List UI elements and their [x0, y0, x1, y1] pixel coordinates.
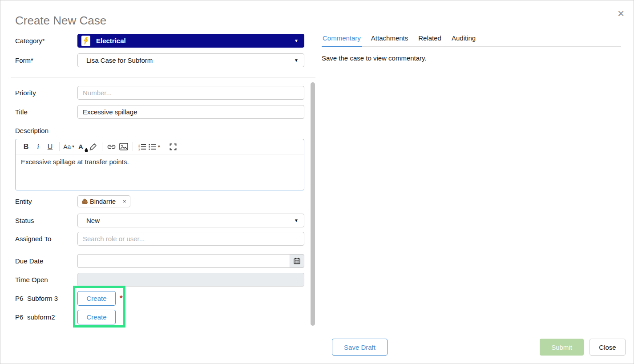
entity-chip-label: Bindarrie	[90, 198, 116, 205]
subform-label: P6Subform 3	[15, 295, 77, 302]
title-label: Title	[15, 108, 77, 116]
lightning-bolt-icon	[81, 36, 90, 46]
commentary-message: Save the case to view commentary.	[322, 54, 621, 62]
toolbar-separator	[164, 142, 164, 151]
unordered-list-icon[interactable]: ▾	[149, 141, 160, 153]
title-input[interactable]	[77, 105, 304, 119]
tab-attachments[interactable]: Attachments	[370, 34, 409, 46]
due-date-row: Due Date	[15, 254, 304, 268]
entity-row: Entity Bindarrie ×	[15, 195, 304, 207]
underline-icon[interactable]: U	[44, 141, 56, 153]
priority-label: Priority	[15, 89, 77, 97]
title-row: Title	[15, 105, 304, 119]
status-value: New	[86, 217, 100, 224]
subform-row: P6subform2 Create	[15, 310, 304, 324]
toolbar-separator	[102, 142, 102, 151]
create-subform2-button[interactable]: Create	[77, 310, 116, 324]
caret-down-icon: ▾	[72, 145, 74, 149]
description-label: Description	[15, 127, 304, 136]
form-type-label: Form*	[15, 57, 77, 64]
subform-label: P6subform2	[15, 313, 77, 321]
close-button[interactable]: Close	[590, 339, 626, 356]
description-editor: B i U Aa ▾ A	[15, 139, 304, 190]
chevron-down-icon: ▼	[294, 218, 299, 223]
assigned-to-row: Assigned To	[15, 232, 304, 246]
required-asterisk: *	[120, 294, 123, 303]
bold-icon[interactable]: B	[20, 141, 32, 153]
status-label: Status	[15, 217, 77, 224]
due-date-label: Due Date	[15, 257, 77, 265]
form-type-select[interactable]: Lisa Case for Subform ▼	[77, 53, 304, 67]
create-subform3-button[interactable]: Create	[77, 291, 116, 306]
status-select[interactable]: New ▼	[77, 214, 304, 227]
image-icon[interactable]	[118, 141, 129, 153]
fullscreen-icon[interactable]	[168, 141, 179, 153]
highlighter-icon[interactable]	[87, 141, 98, 153]
form-divider	[11, 77, 315, 77]
tab-commentary[interactable]: Commentary	[322, 34, 362, 47]
text-color-icon[interactable]: A	[75, 141, 86, 153]
entity-chip[interactable]: Bindarrie ×	[77, 195, 130, 207]
assigned-to-label: Assigned To	[15, 235, 77, 243]
toolbar-separator	[59, 142, 60, 151]
italic-icon[interactable]: i	[32, 141, 44, 153]
due-date-input[interactable]	[77, 254, 290, 268]
category-label: Category*	[15, 37, 77, 44]
scrollbar-thumb[interactable]	[311, 82, 315, 326]
mound-icon	[81, 198, 89, 205]
subform-row: P6Subform 3 Create *	[15, 291, 304, 306]
category-select[interactable]: Electrical ▼	[77, 34, 304, 48]
category-value: Electrical	[96, 37, 126, 44]
calendar-icon	[294, 258, 300, 264]
font-size-icon[interactable]: Aa ▾	[63, 141, 74, 153]
svg-text:3: 3	[138, 148, 140, 150]
link-icon[interactable]	[106, 141, 117, 153]
commentary-panel: Commentary Attachments Related Auditing …	[322, 34, 621, 62]
calendar-button[interactable]	[290, 254, 304, 268]
time-open-row: Time Open	[15, 273, 304, 287]
toolbar-separator	[133, 142, 133, 151]
entity-label: Entity	[15, 198, 77, 205]
editor-toolbar: B i U Aa ▾ A	[16, 139, 304, 154]
chevron-down-icon: ▼	[294, 38, 299, 43]
chip-remove-icon[interactable]: ×	[119, 196, 130, 207]
tab-related[interactable]: Related	[417, 34, 442, 46]
close-icon[interactable]: ×	[618, 8, 624, 19]
time-open-input	[77, 273, 304, 287]
create-case-form: Create New Case Category* Electrical ▼ F…	[15, 13, 304, 324]
chevron-down-icon: ▼	[294, 58, 299, 63]
caret-down-icon: ▾	[158, 145, 160, 149]
ordered-list-icon[interactable]: 1 2 3	[137, 141, 148, 153]
tab-auditing[interactable]: Auditing	[451, 34, 477, 46]
time-open-label: Time Open	[15, 276, 77, 283]
page-title: Create New Case	[15, 13, 304, 28]
category-row: Category* Electrical ▼	[15, 34, 304, 48]
form-type-value: Lisa Case for Subform	[86, 57, 153, 64]
priority-row: Priority	[15, 86, 304, 100]
panel-tabs: Commentary Attachments Related Auditing	[322, 34, 621, 47]
priority-input[interactable]	[77, 86, 304, 100]
save-draft-button[interactable]: Save Draft	[332, 339, 388, 356]
form-type-row: Form* Lisa Case for Subform ▼	[15, 53, 304, 67]
description-input[interactable]: Excessive spillage at transfer points.	[16, 154, 304, 190]
submit-button[interactable]: Submit	[540, 339, 584, 356]
status-row: Status New ▼	[15, 214, 304, 227]
assigned-to-input[interactable]	[77, 232, 304, 246]
